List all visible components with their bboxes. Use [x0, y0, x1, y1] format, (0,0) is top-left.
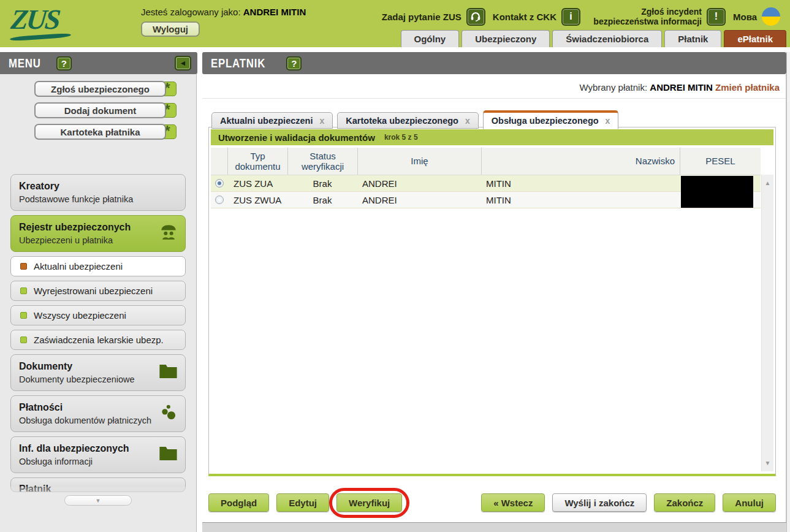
sidebar-item-kreatory[interactable]: Kreatory Podstawowe funkcje płatnika — [10, 174, 186, 211]
window-scrollbar-strip[interactable] — [786, 52, 790, 532]
sidebar-item-subtitle: Obsługa dokumentów płatniczych — [19, 416, 157, 425]
cell-first-name: ANDREI — [357, 195, 481, 205]
info-icon[interactable]: i — [561, 8, 580, 26]
table-header-last-name: Nazwisko — [481, 148, 680, 175]
cell-doc-type: ZUS ZWUA — [227, 195, 287, 205]
table-row[interactable]: ZUS ZWUA Brak ANDREI MITIN — [211, 192, 761, 208]
sidebar-item-subtitle: Podstawowe funkcje płatnika — [19, 194, 157, 204]
ukraine-flag-icon[interactable] — [762, 7, 780, 26]
sidebar-item-zaswiadczenia-lekarskie[interactable]: Zaświadczenia lekarskie ubezp. — [10, 330, 186, 350]
table-scrollbar[interactable]: ▲ ▼ — [761, 175, 773, 471]
document-tabs: Aktualni ubezpieczeni x Kartoteka ubezpi… — [211, 110, 618, 129]
wizard-step-number: krok 5 z 5 — [384, 133, 418, 142]
logged-in-label: Jesteś zalogowany jako: — [141, 7, 241, 17]
language-switcher[interactable]: Мова — [733, 7, 780, 26]
preview-button[interactable]: Podgląd — [208, 493, 269, 512]
report-incident-link[interactable]: Zgłoś incydent bezpieczeństwa informacji… — [588, 7, 726, 26]
ask-zus-label: Zadaj pytanie ZUS — [382, 12, 461, 22]
finish-button[interactable]: Zakończ — [654, 493, 715, 512]
verify-button-wrap: Weryfikuj — [336, 493, 402, 512]
sidebar-item-title: Dokumenty — [19, 361, 157, 372]
tab-label: Kartoteka ubezpieczonego — [346, 116, 458, 126]
cancel-button[interactable]: Anuluj — [723, 493, 776, 512]
wizard-panel: Utworzenie i walidacja dokumentów krok 5… — [208, 127, 776, 476]
portal-tab-swiadczeniobiorca[interactable]: Świadczeniobiorca — [552, 30, 662, 47]
table-header-pesel: PESEL — [680, 148, 761, 175]
quick-button-kartoteka-platnika[interactable]: * Kartoteka płatnika — [34, 124, 177, 140]
exclamation-icon[interactable]: ! — [707, 8, 726, 26]
quick-button-zglos-ubezpieczonego[interactable]: * Zgłoś ubezpieczonego — [34, 81, 177, 97]
sidebar-item-title: Kreatory — [19, 181, 157, 192]
headset-icon[interactable] — [466, 8, 485, 26]
sidebar-item-wszyscy-ubezpieczeni[interactable]: Wszyscy ubezpieczeni — [10, 305, 186, 325]
sidebar-item-dokumenty[interactable]: Dokumenty Dokumenty ubezpieczeniowe — [10, 354, 186, 391]
tab-kartoteka-ubezpieczonego[interactable]: Kartoteka ubezpieczonego x — [337, 112, 479, 129]
wizard-step-bar: Utworzenie i walidacja dokumentów krok 5… — [211, 129, 773, 145]
close-icon[interactable]: x — [465, 116, 470, 126]
table-header-select — [211, 148, 227, 175]
table-header-first-name: Imię — [357, 148, 481, 175]
header-links: Zadaj pytanie ZUS Kontakt z CKK i Zgłoś … — [382, 4, 780, 29]
logged-in-text: Jesteś zalogowany jako: ANDREI MITIN — [141, 7, 306, 17]
row-radio-selected[interactable] — [215, 179, 224, 188]
menu-help-icon[interactable]: ? — [56, 56, 72, 70]
main-content: Wybrany płatnik: ANDREI MITIN Zmień płat… — [202, 74, 786, 522]
quick-button-label: Kartoteka płatnika — [34, 124, 166, 140]
close-icon[interactable]: x — [319, 116, 324, 126]
sidebar-item-inf-dla-ubezpieczonych[interactable]: Inf. dla ubezpieczonych Obsługa informac… — [10, 436, 186, 473]
table-row[interactable]: ZUS ZUA Brak ANDREI MITIN — [211, 175, 761, 192]
back-button[interactable]: « Wstecz — [481, 493, 545, 512]
table-header-doc-type: Typ dokumentu — [227, 148, 287, 175]
portal-tab-ubezpieczony[interactable]: Ubezpieczony — [461, 30, 550, 47]
selected-payer-line: Wybrany płatnik: ANDREI MITIN Zmień płat… — [579, 82, 780, 93]
sidebar-item-rejestr-ubezpieczonych[interactable]: Rejestr ubezpieczonych Ubezpieczeni u pł… — [10, 215, 186, 252]
scroll-up-icon[interactable]: ▲ — [762, 180, 773, 186]
eplatnik-help-icon[interactable]: ? — [286, 56, 302, 70]
folder-icon — [159, 446, 178, 465]
green-bullet-icon — [20, 287, 27, 294]
portal-tab-ogolny[interactable]: Ogólny — [401, 30, 460, 47]
cell-first-name: ANDREI — [357, 178, 481, 189]
quick-button-label: Zgłoś ubezpieczonego — [34, 81, 166, 97]
quick-button-dodaj-dokument[interactable]: * Dodaj dokument — [34, 102, 177, 118]
login-block: Jesteś zalogowany jako: ANDREI MITIN Wyl… — [141, 7, 306, 37]
scroll-down-icon[interactable]: ▼ — [762, 460, 773, 466]
close-icon[interactable]: x — [606, 116, 610, 126]
green-bullet-icon — [20, 312, 27, 319]
send-and-finish-button[interactable]: Wyślij i zakończ — [552, 493, 647, 512]
divider — [202, 98, 786, 99]
tab-label: Obsługa ubezpieczonego — [492, 116, 599, 126]
contact-ckk-link[interactable]: Kontakt z CKK i — [493, 8, 580, 26]
ask-zus-link[interactable]: Zadaj pytanie ZUS — [382, 8, 485, 26]
eplatnik-title: EPLATNIK — [211, 56, 265, 70]
quick-button-label: Dodaj dokument — [34, 102, 166, 118]
portal-tab-platnik[interactable]: Płatnik — [664, 30, 721, 47]
change-payer-link[interactable]: Zmień płatnika — [715, 82, 780, 93]
zus-logo-text: ZUS — [10, 6, 61, 33]
portal-tab-eplatnik[interactable]: ePłatnik — [724, 30, 786, 47]
row-radio[interactable] — [215, 196, 224, 204]
pesel-redaction-box — [681, 176, 753, 208]
table-header-status: Status weryfikacji — [287, 148, 357, 175]
sidebar-subitem-label: Wszyscy ubezpieczeni — [34, 310, 126, 321]
contact-ckk-label: Kontakt z CKK — [493, 12, 556, 22]
tab-obsluga-ubezpieczonego[interactable]: Obsługa ubezpieczonego x — [483, 110, 619, 129]
sidebar-item-platnosci[interactable]: Płatności Obsługa dokumentów płatniczych — [10, 395, 186, 432]
sidebar-scroll-down-button[interactable]: ▼ — [64, 495, 132, 506]
logout-button[interactable]: Wyloguj — [141, 21, 200, 37]
tab-label: Aktualni ubezpieczeni — [220, 116, 313, 126]
orange-bullet-icon — [20, 263, 27, 270]
sidebar-item-wyrejestrowani-ubezpieczeni[interactable]: Wyrejestrowani ubezpieczeni — [10, 281, 186, 301]
sidebar-item-title: Rejestr ubezpieczonych — [19, 222, 157, 233]
verify-button[interactable]: Weryfikuj — [336, 493, 402, 512]
tab-aktualni-ubezpieczeni[interactable]: Aktualni ubezpieczeni x — [211, 112, 333, 129]
edit-button[interactable]: Edytuj — [276, 493, 329, 512]
zus-logo[interactable]: ZUS — [11, 6, 75, 42]
sidebar-item-title: Inf. dla ubezpieczonych — [19, 443, 157, 454]
menu-title: MENU — [9, 56, 41, 70]
sidebar-item-aktualni-ubezpieczeni[interactable]: Aktualni ubezpieczeni — [10, 256, 186, 276]
cell-status: Brak — [287, 195, 357, 205]
sidebar-bottom-fade: ▼ — [0, 487, 196, 532]
sidebar-collapse-icon[interactable]: ◄ — [175, 56, 191, 70]
chevron-down-icon: ▼ — [96, 498, 101, 504]
